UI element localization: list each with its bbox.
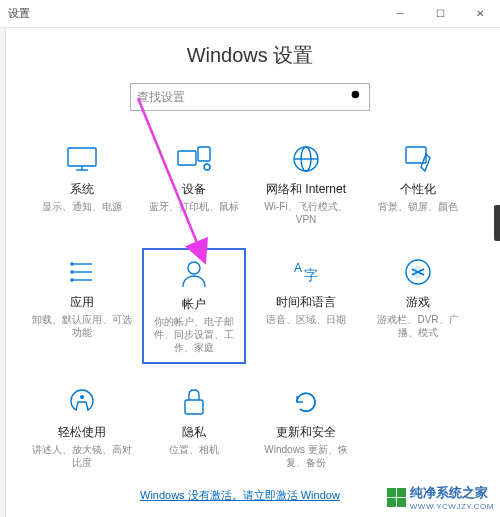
tile-desc: 讲述人、放大镜、高对比度 xyxy=(32,443,132,469)
tile-time-language[interactable]: A字 时间和语言 语音、区域、日期 xyxy=(254,248,358,364)
tile-label: 网络和 Internet xyxy=(266,181,346,198)
tile-desc: Wi-Fi、飞行模式、VPN xyxy=(256,200,356,226)
svg-text:字: 字 xyxy=(304,267,318,283)
search-input[interactable] xyxy=(137,90,350,104)
tile-label: 个性化 xyxy=(400,181,436,198)
page-title: Windows 设置 xyxy=(30,42,470,69)
tile-desc: 背景、锁屏、颜色 xyxy=(378,200,458,213)
svg-rect-2 xyxy=(68,148,96,166)
activation-link[interactable]: Windows 没有激活。请立即激活 Window xyxy=(140,488,340,503)
tile-label: 更新和安全 xyxy=(276,424,336,441)
svg-point-24 xyxy=(80,395,84,399)
watermark-logo-icon xyxy=(387,488,406,507)
search-wrap xyxy=(30,83,470,111)
update-icon xyxy=(286,386,326,418)
side-tab[interactable] xyxy=(494,205,500,241)
settings-window: 设置 ─ ☐ ✕ Windows 设置 系统 显示、通知、电源 xyxy=(0,0,500,517)
tile-label: 时间和语言 xyxy=(276,294,336,311)
left-edge xyxy=(0,28,6,517)
tile-personalization[interactable]: 个性化 背景、锁屏、颜色 xyxy=(366,135,470,234)
tile-label: 设备 xyxy=(182,181,206,198)
window-title: 设置 xyxy=(8,6,30,21)
language-icon: A字 xyxy=(286,256,326,288)
tile-label: 游戏 xyxy=(406,294,430,311)
content-area: Windows 设置 系统 显示、通知、电源 设备 xyxy=(0,28,500,477)
tile-label: 轻松使用 xyxy=(58,424,106,441)
search-icon xyxy=(350,89,363,105)
tile-system[interactable]: 系统 显示、通知、电源 xyxy=(30,135,134,234)
lock-icon xyxy=(174,386,214,418)
display-icon xyxy=(62,143,102,175)
tile-label: 帐户 xyxy=(182,296,206,313)
person-icon xyxy=(174,258,214,290)
tile-label: 应用 xyxy=(70,294,94,311)
svg-line-1 xyxy=(358,97,361,100)
paint-icon xyxy=(398,143,438,175)
watermark: 纯净系统之家 WWW.YCWJZY.COM xyxy=(387,483,494,511)
tile-gaming[interactable]: 游戏 游戏栏、DVR、广播、模式 xyxy=(366,248,470,364)
svg-point-7 xyxy=(204,164,210,170)
tile-desc: 卸载、默认应用、可选功能 xyxy=(32,313,132,339)
tile-privacy[interactable]: 隐私 位置、相机 xyxy=(142,378,246,477)
tile-label: 隐私 xyxy=(182,424,206,441)
close-button[interactable]: ✕ xyxy=(460,0,500,28)
globe-icon xyxy=(286,143,326,175)
devices-icon xyxy=(174,143,214,175)
maximize-button[interactable]: ☐ xyxy=(420,0,460,28)
tile-desc: 显示、通知、电源 xyxy=(42,200,122,213)
gaming-icon xyxy=(398,256,438,288)
svg-rect-6 xyxy=(198,147,210,161)
tile-label: 系统 xyxy=(70,181,94,198)
tile-desc: Windows 更新、恢复、备份 xyxy=(256,443,356,469)
tile-devices[interactable]: 设备 蓝牙、打印机、鼠标 xyxy=(142,135,246,234)
tile-desc: 蓝牙、打印机、鼠标 xyxy=(149,200,239,213)
tile-network[interactable]: 网络和 Internet Wi-Fi、飞行模式、VPN xyxy=(254,135,358,234)
tile-update-security[interactable]: 更新和安全 Windows 更新、恢复、备份 xyxy=(254,378,358,477)
tile-desc: 位置、相机 xyxy=(169,443,219,456)
accessibility-icon xyxy=(62,386,102,418)
search-box[interactable] xyxy=(130,83,370,111)
settings-grid: 系统 显示、通知、电源 设备 蓝牙、打印机、鼠标 网络和 Internet Wi… xyxy=(30,135,470,477)
svg-rect-5 xyxy=(178,151,196,165)
tile-desc: 语音、区域、日期 xyxy=(266,313,346,326)
tile-accounts[interactable]: 帐户 你的帐户、电子邮件、同步设置、工作、家庭 xyxy=(142,248,246,364)
window-controls: ─ ☐ ✕ xyxy=(380,0,500,28)
minimize-button[interactable]: ─ xyxy=(380,0,420,28)
tile-desc: 你的帐户、电子邮件、同步设置、工作、家庭 xyxy=(146,315,242,354)
tile-ease-of-access[interactable]: 轻松使用 讲述人、放大镜、高对比度 xyxy=(30,378,134,477)
tile-apps[interactable]: 应用 卸载、默认应用、可选功能 xyxy=(30,248,134,364)
svg-point-0 xyxy=(352,91,360,99)
svg-text:A: A xyxy=(294,261,302,275)
tile-desc: 游戏栏、DVR、广播、模式 xyxy=(368,313,468,339)
titlebar: 设置 ─ ☐ ✕ xyxy=(0,0,500,28)
apps-icon xyxy=(62,256,102,288)
svg-point-18 xyxy=(188,262,200,274)
svg-rect-25 xyxy=(185,400,203,414)
watermark-text: 纯净系统之家 WWW.YCWJZY.COM xyxy=(410,483,494,511)
